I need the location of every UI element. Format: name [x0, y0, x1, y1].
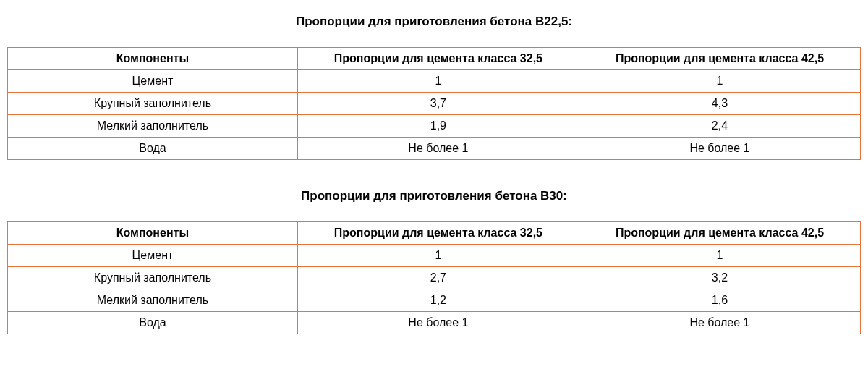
table-title: Пропорции для приготовления бетона В30:	[7, 189, 861, 203]
cell-value-325: 1,2	[297, 289, 579, 312]
table-row: Крупный заполнитель 2,7 3,2	[8, 267, 861, 289]
header-cement-325: Пропорции для цемента класса 32,5	[297, 48, 579, 70]
cell-component: Вода	[8, 138, 298, 160]
cell-component: Цемент	[8, 70, 298, 93]
cell-component: Мелкий заполнитель	[8, 289, 298, 312]
cell-value-425: 1,6	[579, 289, 860, 312]
table-row: Цемент 1 1	[8, 245, 861, 267]
cell-value-325: Не более 1	[297, 312, 579, 334]
proportions-table-b225: Компоненты Пропорции для цемента класса …	[7, 47, 861, 160]
table-section-b225: Пропорции для приготовления бетона В22,5…	[7, 14, 861, 160]
cell-value-425: 4,3	[579, 93, 860, 115]
table-row: Крупный заполнитель 3,7 4,3	[8, 93, 861, 115]
header-cement-425: Пропорции для цемента класса 42,5	[579, 48, 860, 70]
header-cement-325: Пропорции для цемента класса 32,5	[297, 222, 579, 245]
table-row: Вода Не более 1 Не более 1	[8, 138, 861, 160]
table-header-row: Компоненты Пропорции для цемента класса …	[8, 222, 861, 245]
cell-component: Мелкий заполнитель	[8, 115, 298, 138]
cell-component: Крупный заполнитель	[8, 267, 298, 289]
cell-value-325: 1,9	[297, 115, 579, 138]
header-components: Компоненты	[8, 222, 298, 245]
cell-value-425: 1	[579, 70, 860, 93]
cell-value-425: 2,4	[579, 115, 860, 138]
cell-value-425: 1	[579, 245, 860, 267]
table-row: Мелкий заполнитель 1,2 1,6	[8, 289, 861, 312]
cell-value-425: Не более 1	[579, 312, 860, 334]
cell-component: Вода	[8, 312, 298, 334]
table-row: Цемент 1 1	[8, 70, 861, 93]
proportions-table-b30: Компоненты Пропорции для цемента класса …	[7, 221, 861, 334]
cell-component: Крупный заполнитель	[8, 93, 298, 115]
table-row: Мелкий заполнитель 1,9 2,4	[8, 115, 861, 138]
cell-value-425: Не более 1	[579, 138, 860, 160]
cell-value-325: 1	[297, 70, 579, 93]
cell-value-325: 2,7	[297, 267, 579, 289]
table-section-b30: Пропорции для приготовления бетона В30: …	[7, 189, 861, 334]
cell-value-425: 3,2	[579, 267, 860, 289]
cell-value-325: 1	[297, 245, 579, 267]
cell-value-325: 3,7	[297, 93, 579, 115]
table-title: Пропорции для приготовления бетона В22,5…	[7, 14, 861, 29]
header-components: Компоненты	[8, 48, 298, 70]
header-cement-425: Пропорции для цемента класса 42,5	[579, 222, 860, 245]
cell-value-325: Не более 1	[297, 138, 579, 160]
table-header-row: Компоненты Пропорции для цемента класса …	[8, 48, 861, 70]
table-row: Вода Не более 1 Не более 1	[8, 312, 861, 334]
cell-component: Цемент	[8, 245, 298, 267]
